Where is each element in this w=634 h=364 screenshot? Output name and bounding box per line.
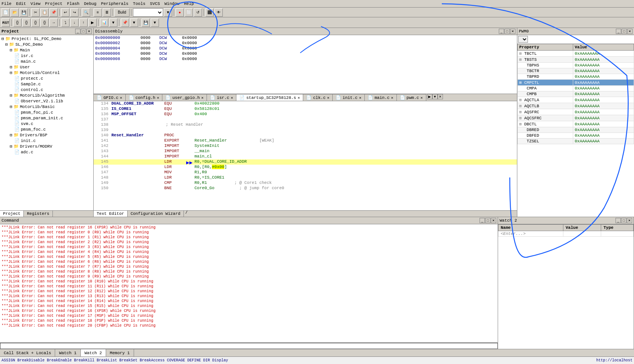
tab-memory1[interactable]: Memory 1 (106, 349, 134, 356)
undo-btn[interactable]: ↩ (61, 8, 69, 17)
close-icon[interactable]: ✕ (327, 96, 329, 100)
target-dropdown[interactable]: ACCESS_EN (133, 8, 163, 17)
list-item[interactable]: 📄 isr.c (1, 53, 93, 59)
open-btn[interactable]: 📂 (11, 8, 19, 17)
disasm-minimize-btn[interactable]: _ (499, 29, 504, 34)
menu-window[interactable]: Window (165, 2, 180, 6)
tab-clk[interactable]: 📄clk.c✕ (303, 94, 333, 101)
tab-main[interactable]: 📄main.c✕ (365, 94, 397, 101)
reset-btn[interactable]: ↺ (194, 8, 202, 17)
close-icon[interactable]: ✕ (391, 96, 393, 100)
run-to-btn[interactable]: ▶ (88, 19, 97, 27)
watch-btn[interactable]: 👁 (214, 8, 223, 17)
indent-btn[interactable]: ≡ (94, 8, 102, 17)
disasm-maximize-btn[interactable]: □ (504, 29, 510, 34)
tab-project[interactable]: Project (0, 211, 24, 217)
redo-btn[interactable]: ↪ (70, 8, 79, 17)
list-item[interactable]: 📄 main.c (1, 59, 93, 64)
pwm-minimize-btn[interactable]: _ (616, 29, 621, 34)
menu-help[interactable]: Help (184, 2, 194, 6)
run-btn[interactable]: ● (176, 8, 184, 17)
command-maximize-btn[interactable]: □ (485, 218, 491, 223)
save-btn[interactable]: 💾 (20, 8, 28, 17)
list-item[interactable]: 📄 protect.c (1, 76, 93, 81)
dropdown-arrow[interactable]: ▼ (164, 8, 172, 17)
command-input[interactable] (0, 343, 498, 349)
pwm-maximize-btn[interactable]: □ (622, 29, 627, 34)
tab-pwm[interactable]: 📄pwm.c✕ (397, 94, 426, 101)
tab-watch1[interactable]: Watch 1 (55, 349, 80, 356)
editor-close-btn[interactable]: ✕ (438, 94, 443, 99)
command-minimize-btn[interactable]: _ (480, 218, 485, 223)
close-icon[interactable]: ✕ (231, 96, 233, 100)
rst-btn[interactable]: RST (2, 19, 10, 27)
tab-scroll-right[interactable]: ▶ (427, 94, 432, 99)
braces-btn3[interactable]: {} (31, 19, 40, 27)
menu-file[interactable]: File (2, 2, 11, 6)
editor-content[interactable]: 134 DUAL_CORE_ID_ADDR EQU 0x40022800 135… (94, 101, 517, 210)
view-btn1[interactable]: 📊 (100, 19, 108, 27)
command-close-btn[interactable]: ✕ (491, 218, 496, 223)
build-btn[interactable]: Build (114, 8, 130, 17)
cut-btn[interactable]: ✂ (31, 8, 40, 17)
project-close-btn[interactable]: ✕ (86, 29, 92, 34)
table-row[interactable]: ⊞ CMPCTL 0xAAAAAAAA (518, 80, 634, 86)
mem-btn[interactable]: 💾 (142, 19, 150, 27)
menu-tools[interactable]: Tools (133, 2, 145, 6)
paste-btn[interactable]: 📌 (49, 8, 58, 17)
close-icon[interactable]: ✕ (120, 96, 122, 100)
step-over-btn[interactable]: ⤵ (61, 19, 69, 27)
list-item[interactable]: 📄 control.c (1, 87, 93, 93)
menu-debug[interactable]: Debug (84, 2, 96, 6)
outdent-btn[interactable]: ≣ (103, 8, 111, 17)
pwm-close-btn[interactable]: ✕ (627, 29, 632, 34)
list-item[interactable]: 📄 svm.c (1, 121, 93, 126)
step-into-btn[interactable]: ↓ (70, 19, 79, 27)
list-item[interactable]: 📄 adc.c (1, 149, 93, 155)
list-item[interactable]: 📄 Sample.c (1, 81, 93, 87)
mem-btn2[interactable]: ▼ (151, 19, 159, 27)
watch-enter-row[interactable]: <Enter...> (498, 231, 634, 237)
project-maximize-btn[interactable]: □ (81, 29, 86, 34)
stop-btn[interactable]: ⬜ (185, 8, 193, 17)
tab-call-stack[interactable]: Call Stack + Locals (0, 349, 55, 356)
pin-btn[interactable]: 📌 (121, 19, 129, 27)
list-item[interactable]: 📄 init.c (1, 138, 93, 143)
breakpt-btn[interactable]: ⬛ (205, 8, 214, 17)
menu-svcs[interactable]: SVCS (150, 2, 160, 6)
watch-enter-field[interactable]: <Enter...> (501, 231, 526, 236)
tab-config-wizard[interactable]: Configuration Wizard (128, 211, 184, 217)
tab-registers[interactable]: Registers (24, 211, 52, 217)
tab-startup[interactable]: 📄startup_SC32F58128.s✕ (236, 94, 303, 101)
menu-project[interactable]: Project (45, 2, 62, 6)
pwm-select[interactable] (518, 36, 528, 43)
arrow-btn[interactable]: → (49, 19, 58, 27)
list-item[interactable]: 📄 pmsm_param_init.c (1, 115, 93, 121)
disasm-close-btn[interactable]: ✕ (510, 29, 515, 34)
view-btn2[interactable]: ▼ (109, 19, 117, 27)
menu-edit[interactable]: Edit (16, 2, 26, 6)
braces-btn4[interactable]: {} (40, 19, 49, 27)
watch2-maximize-btn[interactable]: □ (621, 218, 626, 223)
tab-text-editor[interactable]: Text Editor (94, 211, 128, 217)
project-minimize-btn[interactable]: _ (75, 29, 80, 34)
list-item[interactable]: 📄 pmsm_foc.c (1, 126, 93, 132)
tab-config[interactable]: 📄config.h✕ (126, 94, 163, 101)
braces-btn2[interactable]: {} (22, 19, 31, 27)
close-icon[interactable]: ✕ (298, 96, 300, 100)
step-out-btn[interactable]: ↑ (79, 19, 88, 27)
menu-view[interactable]: View (31, 2, 40, 6)
tab-init[interactable]: 📄init.c✕ (333, 94, 365, 101)
menu-peripherals[interactable]: Peripherals (101, 2, 128, 6)
tab-watch2[interactable]: Watch 2 (81, 349, 106, 356)
tab-gpio[interactable]: 📄GPIO.c✕ (94, 94, 126, 101)
tab-user-gpio[interactable]: 📄user_gpio.h✕ (162, 94, 207, 101)
tab-dropdown[interactable]: ▼ (432, 94, 438, 99)
tab-isr[interactable]: 📄isr.c✕ (207, 94, 236, 101)
new-btn[interactable]: 📄 (2, 8, 10, 17)
close-icon[interactable]: ✕ (201, 96, 204, 100)
close-icon[interactable]: ✕ (421, 96, 423, 100)
close-icon[interactable]: ✕ (157, 96, 159, 100)
close-icon[interactable]: ✕ (359, 96, 361, 100)
watch2-close-btn[interactable]: ✕ (627, 218, 632, 223)
